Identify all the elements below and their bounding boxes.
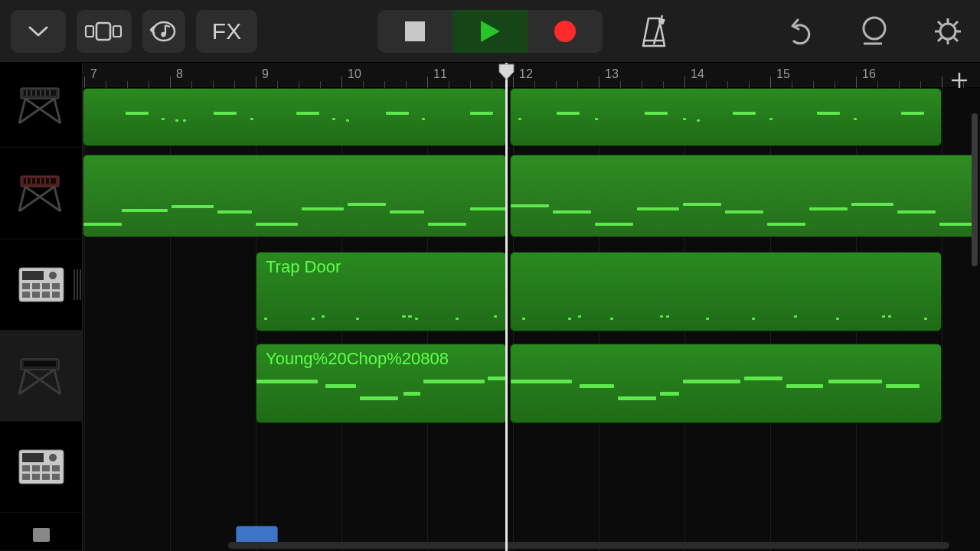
svg-rect-46: [22, 271, 44, 280]
keyboard-icon: [15, 354, 68, 396]
fx-button[interactable]: FX: [196, 10, 257, 53]
midi-region[interactable]: [510, 252, 942, 331]
tracks-canvas[interactable]: Trap Door: [83, 88, 980, 551]
svg-rect-63: [22, 453, 44, 462]
toolbar: FX: [0, 0, 980, 63]
svg-rect-71: [42, 474, 50, 480]
track-header-4[interactable]: [0, 331, 82, 422]
playhead[interactable]: [505, 63, 508, 551]
plus-icon: [950, 71, 969, 90]
metronome-button[interactable]: [639, 14, 668, 49]
track-header-1[interactable]: [0, 63, 82, 148]
svg-rect-55: [52, 292, 60, 298]
svg-line-20: [938, 37, 942, 41]
svg-point-47: [49, 272, 57, 279]
svg-rect-53: [32, 292, 40, 298]
add-track-button[interactable]: [946, 67, 972, 93]
ruler-bar-13: 13: [605, 67, 619, 81]
play-button[interactable]: [452, 10, 528, 53]
stop-button[interactable]: [377, 10, 452, 53]
midi-region-808[interactable]: Young%20Chop%20808: [256, 344, 507, 423]
ruler-bar-16: 16: [862, 67, 876, 81]
transport-controls: [377, 10, 603, 53]
svg-rect-49: [32, 283, 40, 289]
settings-button[interactable]: [926, 10, 969, 53]
track-header-3[interactable]: [0, 240, 82, 331]
loop-browser-button[interactable]: [142, 10, 185, 53]
metronome-icon: [639, 14, 668, 49]
play-icon: [479, 19, 501, 44]
horizontal-scrollbar[interactable]: [228, 542, 949, 549]
playhead-handle-icon: [498, 63, 515, 80]
svg-marker-76: [499, 64, 514, 80]
svg-line-18: [954, 37, 958, 41]
midi-region-trap-door[interactable]: Trap Door: [256, 252, 507, 331]
timeline-area[interactable]: 7 8 9 10 11 12 13 14 15 16: [83, 63, 980, 551]
svg-line-17: [938, 21, 942, 25]
gear-icon: [933, 17, 962, 46]
svg-rect-66: [32, 465, 40, 471]
instrument-icon: [30, 527, 53, 543]
track-header-6[interactable]: [0, 513, 82, 551]
ruler-bar-12: 12: [519, 67, 533, 81]
svg-rect-4: [405, 21, 425, 41]
svg-point-6: [554, 21, 576, 42]
midi-region[interactable]: [510, 344, 942, 423]
ruler-bar-7: 7: [90, 67, 97, 81]
track-headers: [0, 63, 83, 551]
svg-rect-73: [33, 528, 50, 542]
track-header-2[interactable]: [0, 148, 82, 239]
svg-rect-22: [24, 90, 56, 96]
midi-region[interactable]: [83, 88, 507, 146]
svg-rect-54: [42, 292, 50, 298]
svg-marker-5: [481, 21, 500, 42]
stop-icon: [405, 21, 425, 41]
keyboard-icon: [15, 84, 68, 126]
record-button[interactable]: [528, 10, 603, 53]
view-blocks-icon: [84, 20, 124, 43]
svg-rect-0: [86, 26, 93, 37]
undo-icon: [787, 16, 815, 47]
track-header-5[interactable]: [0, 422, 82, 513]
vertical-scrollbar[interactable]: [972, 113, 978, 520]
svg-rect-50: [42, 283, 50, 289]
midi-region[interactable]: [510, 155, 977, 237]
svg-point-10: [864, 18, 885, 39]
region-label: Young%20Chop%20808: [266, 349, 449, 369]
svg-rect-48: [22, 283, 30, 289]
view-mode-button[interactable]: [77, 10, 132, 53]
svg-point-3: [161, 31, 165, 36]
toolbar-right-cluster: [749, 10, 969, 53]
loop-marker-button[interactable]: [853, 10, 896, 53]
track-grab-handle[interactable]: [73, 269, 82, 300]
region-label: Trap Door: [266, 257, 341, 277]
ruler-bar-15: 15: [776, 67, 790, 81]
svg-rect-51: [52, 283, 60, 289]
midi-region[interactable]: [510, 88, 942, 146]
svg-rect-72: [52, 474, 60, 480]
toolbar-left-cluster: FX: [11, 10, 257, 53]
chevron-down-icon: [28, 25, 48, 37]
ruler-bar-9: 9: [262, 67, 269, 81]
svg-rect-2: [113, 26, 121, 37]
svg-rect-67: [42, 465, 50, 471]
record-icon: [554, 20, 577, 43]
svg-line-19: [954, 21, 958, 25]
ruler-bar-10: 10: [348, 67, 361, 81]
svg-rect-1: [96, 23, 110, 40]
svg-rect-34: [24, 178, 56, 184]
midi-region[interactable]: [83, 155, 507, 237]
drum-machine-icon: [15, 446, 68, 488]
ruler[interactable]: 7 8 9 10 11 12 13 14 15 16: [83, 63, 980, 88]
keyboard-icon: [15, 172, 68, 214]
svg-rect-52: [22, 292, 30, 298]
svg-point-12: [940, 24, 956, 39]
svg-rect-65: [22, 465, 30, 471]
drum-machine-icon: [15, 263, 68, 305]
loop-note-icon: [149, 16, 179, 47]
undo-button[interactable]: [779, 10, 822, 53]
transport-group: [377, 10, 603, 53]
ruler-bar-11: 11: [433, 67, 447, 81]
collapse-button[interactable]: [11, 10, 66, 53]
circle-icon: [861, 16, 887, 47]
